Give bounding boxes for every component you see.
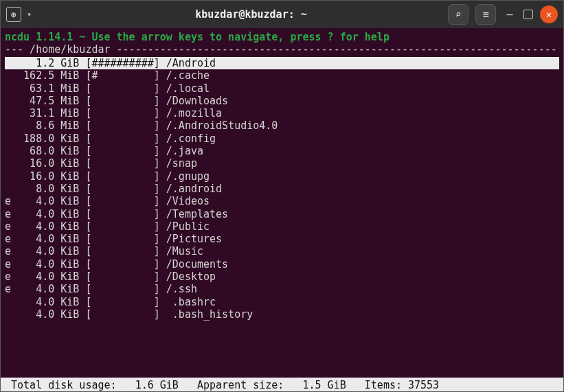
minimize-button[interactable]: — (503, 8, 517, 21)
search-icon: ⌕ (455, 8, 461, 21)
menu-icon: ≡ (482, 8, 488, 21)
list-row[interactable]: e 4.0 KiB [ ] /.ssh (5, 283, 559, 295)
close-button[interactable]: ✕ (540, 5, 558, 23)
list-row[interactable]: e 4.0 KiB [ ] /Public (5, 220, 559, 233)
list-row[interactable]: e 4.0 KiB [ ] /Videos (5, 195, 559, 207)
list-row[interactable]: e 4.0 KiB [ ] /Templates (5, 208, 559, 220)
list-row[interactable]: 31.1 MiB [ ] /.mozilla (5, 107, 559, 119)
list-row[interactable]: 8.6 MiB [ ] /.AndroidStudio4.0 (5, 119, 559, 132)
maximize-button[interactable] (523, 10, 533, 19)
list-row[interactable]: 68.0 KiB [ ] /.java (5, 145, 559, 157)
list-row[interactable]: 4.0 KiB [ ] .bashrc (5, 296, 559, 308)
list-row[interactable]: e 4.0 KiB [ ] /Documents (5, 258, 559, 270)
list-row[interactable]: e 4.0 KiB [ ] /Music (5, 245, 559, 257)
ncdu-status-bar: Total disk usage: 1.6 GiB Apparent size:… (1, 378, 563, 392)
list-row[interactable]: 16.0 KiB [ ] /snap (5, 157, 559, 170)
window-titlebar: ⊕ ▾ kbuzdar@kbuzdar: ~ ⌕ ≡ — ✕ (1, 1, 563, 28)
titlebar-left: ⊕ ▾ (6, 7, 89, 22)
terminal-viewport[interactable]: ncdu 1.14.1 ~ Use the arrow keys to navi… (1, 28, 563, 392)
new-tab-icon: ⊕ (11, 10, 16, 20)
ncdu-listing: 1.2 GiB [##########] /Android 162.5 MiB … (5, 57, 559, 321)
list-row[interactable]: 4.0 KiB [ ] .bash_history (5, 308, 559, 321)
list-row[interactable]: 8.0 KiB [ ] /.android (5, 183, 559, 195)
list-row[interactable]: 47.5 MiB [ ] /Downloads (5, 95, 559, 107)
new-tab-button[interactable]: ⊕ (6, 7, 21, 22)
titlebar-right: ⌕ ≡ — ✕ (414, 4, 558, 25)
list-row[interactable]: 162.5 MiB [# ] /.cache (5, 69, 559, 82)
search-button[interactable]: ⌕ (448, 4, 469, 25)
hamburger-menu-button[interactable]: ≡ (475, 4, 496, 25)
tab-menu-dropdown[interactable]: ▾ (27, 10, 38, 19)
ncdu-header-hint: ncdu 1.14.1 ~ Use the arrow keys to navi… (5, 31, 559, 43)
list-row[interactable]: 1.2 GiB [##########] /Android (5, 57, 559, 69)
list-row[interactable]: 16.0 KiB [ ] /.gnupg (5, 170, 559, 183)
list-row[interactable]: e 4.0 KiB [ ] /Desktop (5, 270, 559, 283)
list-row[interactable]: 188.0 KiB [ ] /.config (5, 132, 559, 145)
ncdu-path-line: --- /home/kbuzdar ----------------------… (5, 43, 559, 56)
list-row[interactable]: 63.1 MiB [ ] /.local (5, 82, 559, 95)
list-row[interactable]: e 4.0 KiB [ ] /Pictures (5, 233, 559, 245)
window-title: kbuzdar@kbuzdar: ~ (89, 8, 414, 21)
